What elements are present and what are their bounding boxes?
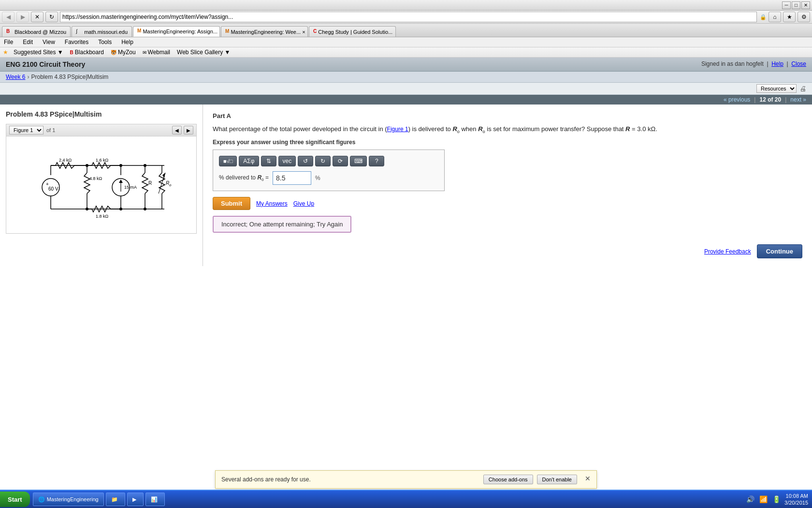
lock-icon: 🔒 bbox=[760, 14, 767, 20]
menu-view[interactable]: View bbox=[41, 38, 57, 46]
keyboard-btn[interactable]: ⌨ bbox=[350, 156, 367, 166]
close-button[interactable]: ✕ bbox=[801, 1, 810, 9]
figure-prev-btn[interactable]: ◀ bbox=[172, 126, 182, 134]
answer-unit: % bbox=[315, 175, 320, 181]
menu-help[interactable]: Help bbox=[119, 38, 135, 46]
math-favicon: ∫ bbox=[76, 29, 83, 35]
menu-file[interactable]: File bbox=[2, 38, 15, 46]
svg-point-30 bbox=[144, 164, 146, 167]
fav-myzou[interactable]: 🐯 MyZou bbox=[109, 48, 137, 56]
fav-web-slice-label: Web Slice Gallery ▼ bbox=[177, 49, 230, 56]
tab-math-label: math.missouri.edu bbox=[84, 29, 128, 35]
tab-mastering1-label: MasteringEngineering: Assign... bbox=[143, 29, 218, 34]
tab-math[interactable]: ∫ math.missouri.edu bbox=[72, 26, 132, 37]
stop-button[interactable]: ✕ bbox=[31, 12, 44, 22]
undo-btn[interactable]: ↺ bbox=[298, 156, 313, 166]
problem-title: Problem 4.83 PSpice|Multisim bbox=[6, 110, 197, 118]
signed-in-text: Signed in as dan hogfelt bbox=[701, 60, 764, 67]
bottom-action-row: Provide Feedback Continue bbox=[213, 244, 802, 258]
figure1-link[interactable]: Figure 1 bbox=[387, 126, 408, 133]
fav-blackboard-label: Blackboard bbox=[75, 49, 104, 56]
fav-web-slice[interactable]: Web Slice Gallery ▼ bbox=[175, 48, 232, 56]
fav-webmail[interactable]: ✉ Webmail bbox=[141, 48, 172, 56]
print-icon[interactable]: 🖨 bbox=[799, 85, 806, 92]
webmail-icon: ✉ bbox=[143, 50, 146, 55]
svg-text:R: R bbox=[148, 180, 152, 186]
browser-titlebar: ─ □ ✕ bbox=[0, 0, 812, 11]
help-btn[interactable]: ? bbox=[369, 156, 384, 166]
submit-button[interactable]: Submit bbox=[213, 197, 250, 210]
figure-select[interactable]: Figure 1 bbox=[9, 126, 44, 134]
svg-point-29 bbox=[119, 164, 122, 167]
blackboard-favicon: B bbox=[6, 29, 13, 35]
svg-point-28 bbox=[86, 164, 88, 167]
myzou-icon: 🐯 bbox=[111, 50, 116, 55]
favorites-button[interactable]: ★ bbox=[783, 12, 796, 22]
svg-text:4.8 kΩ: 4.8 kΩ bbox=[89, 176, 102, 181]
address-input[interactable] bbox=[60, 12, 757, 22]
tab-mastering1[interactable]: M MasteringEngineering: Assign... bbox=[133, 26, 220, 37]
tools-button[interactable]: ⚙ bbox=[798, 12, 810, 22]
fav-suggested-sites[interactable]: Suggested Sites ▼ bbox=[12, 48, 65, 56]
refresh-button[interactable]: ↻ bbox=[45, 12, 58, 22]
tab-blackboard[interactable]: B Blackboard @ Mizzou bbox=[2, 26, 71, 37]
app-title: ENG 2100 Circuit Theory bbox=[6, 60, 85, 68]
menu-edit[interactable]: Edit bbox=[21, 38, 35, 46]
provide-feedback-link[interactable]: Provide Feedback bbox=[704, 248, 751, 255]
vec-btn[interactable]: vec bbox=[278, 156, 296, 166]
breadcrumb-week6[interactable]: Week 6 bbox=[6, 74, 25, 80]
circuit-diagram: + 60 V 4.8 kΩ 2.4 kΩ 1.6 kΩ bbox=[24, 146, 179, 224]
svg-text:15 mA: 15 mA bbox=[124, 185, 137, 190]
tab-chegg-label: Chegg Study | Guided Solutio... bbox=[318, 29, 392, 35]
blackboard-icon: B bbox=[70, 50, 73, 55]
menu-favorites[interactable]: Favorites bbox=[63, 38, 90, 46]
tab-mastering2[interactable]: M MasteringEngineering: Wee... × ✕ bbox=[221, 26, 308, 37]
forward-button[interactable]: ▶ bbox=[16, 12, 29, 22]
close-link[interactable]: Close bbox=[791, 60, 806, 67]
back-button[interactable]: ◀ bbox=[2, 12, 14, 22]
menu-bar: File Edit View Favorites Tools Help bbox=[0, 37, 812, 47]
breadcrumb-row: Week 6 › Problem 4.83 PSpice|Multisim bbox=[0, 72, 812, 83]
right-panel: Part A What percentage of the total powe… bbox=[203, 105, 812, 266]
minimize-button[interactable]: ─ bbox=[782, 1, 791, 9]
my-answers-link[interactable]: My Answers bbox=[256, 200, 288, 207]
favorites-bar: ★ Suggested Sites ▼ B Blackboard 🐯 MyZou… bbox=[0, 47, 812, 58]
main-layout: Problem 4.83 PSpice|Multisim Figure 1 of… bbox=[0, 105, 812, 266]
svg-text:60 V: 60 V bbox=[48, 186, 58, 192]
figure-next-btn[interactable]: ▶ bbox=[184, 126, 193, 134]
figure-of-label: of 1 bbox=[46, 127, 55, 133]
refresh-btn[interactable]: ⟳ bbox=[333, 156, 348, 166]
previous-link[interactable]: « previous bbox=[724, 96, 750, 103]
app-header: ENG 2100 Circuit Theory Signed in as dan… bbox=[0, 58, 812, 72]
redo-btn[interactable]: ↻ bbox=[315, 156, 331, 166]
sqrt-btn[interactable]: ■√□ bbox=[219, 156, 237, 166]
continue-button[interactable]: Continue bbox=[757, 244, 802, 258]
instruction-text: Express your answer using three signific… bbox=[213, 139, 802, 146]
tab-mastering2-label: MasteringEngineering: Wee... × bbox=[231, 29, 305, 35]
sigma-btn[interactable]: ΑΣφ bbox=[239, 156, 259, 166]
answer-input-row: % delivered to Ro = % bbox=[219, 171, 438, 185]
svg-point-33 bbox=[144, 208, 146, 210]
figure-panel: Figure 1 of 1 ◀ ▶ bbox=[6, 124, 197, 234]
breadcrumb: Week 6 › Problem 4.83 PSpice|Multisim bbox=[6, 74, 108, 80]
help-link[interactable]: Help bbox=[771, 60, 783, 67]
menu-tools[interactable]: Tools bbox=[96, 38, 114, 46]
resources-select[interactable]: Resources bbox=[756, 84, 797, 93]
toolbar-row: Resources 🖨 bbox=[0, 83, 812, 95]
give-up-link[interactable]: Give Up bbox=[293, 200, 314, 207]
mastering1-favicon: M bbox=[137, 28, 141, 35]
tab-chegg[interactable]: C Chegg Study | Guided Solutio... bbox=[309, 26, 396, 37]
answer-label: % delivered to Ro = bbox=[219, 174, 269, 182]
next-link[interactable]: next » bbox=[790, 96, 806, 103]
action-row: Submit My Answers Give Up bbox=[213, 197, 802, 210]
home-button[interactable]: ⌂ bbox=[768, 12, 781, 22]
tab-mastering2-close[interactable]: ✕ bbox=[307, 29, 308, 34]
nav-divider2: | bbox=[785, 96, 786, 103]
answer-box: ■√□ ΑΣφ ⇅ vec ↺ ↻ ⟳ ⌨ ? % delivered to R… bbox=[213, 149, 445, 191]
answer-input[interactable] bbox=[273, 171, 311, 185]
arrows-btn[interactable]: ⇅ bbox=[261, 156, 276, 166]
restore-button[interactable]: □ bbox=[792, 1, 800, 9]
page-count: 12 of 20 bbox=[759, 96, 781, 103]
address-bar-row: ◀ ▶ ✕ ↻ 🔒 ⌂ ★ ⚙ bbox=[0, 11, 812, 24]
fav-blackboard[interactable]: B Blackboard bbox=[69, 48, 105, 56]
